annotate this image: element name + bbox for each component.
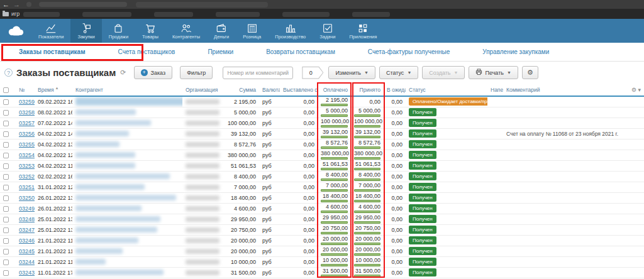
table-row[interactable]: 0324311.01.2022 17:4131 500,00руб0,0031 … (0, 267, 644, 278)
row-checkbox[interactable] (3, 153, 9, 158)
table-row[interactable]: 0325808.02.2022 16:075 000,00руб0,005 00… (0, 107, 644, 118)
row-checkbox[interactable] (3, 270, 9, 276)
row-checkbox[interactable] (3, 238, 9, 244)
nav-item-розница[interactable]: Розница (236, 19, 268, 43)
table-row[interactable]: 0325131.01.2022 12:057 000,00руб0,007 00… (0, 182, 644, 192)
status-badge[interactable]: Получен (409, 236, 436, 244)
add-order-button[interactable]: + Заказ (134, 66, 173, 79)
table-row[interactable]: 0324621.01.2022 11:3520 000,00руб0,0020 … (0, 235, 644, 246)
select-all-checkbox[interactable] (3, 87, 9, 93)
tab-возвраты-поставщикам[interactable]: Возвраты поставщикам (253, 43, 348, 61)
row-checkbox[interactable] (3, 195, 9, 201)
status-badge[interactable]: Получен (409, 215, 436, 223)
table-row[interactable]: 0325909.02.2022 16:352 195,00руб0,002 19… (0, 96, 644, 107)
search-input[interactable] (223, 67, 293, 79)
status-badge[interactable]: Получен (409, 129, 436, 138)
order-number-link[interactable]: 03244 (19, 259, 35, 265)
status-badge[interactable]: Получен (409, 140, 436, 148)
table-row[interactable]: 0325026.01.2022 13:3218 400,00руб0,0018 … (0, 192, 644, 203)
row-checkbox[interactable] (3, 217, 9, 222)
row-checkbox[interactable] (3, 163, 9, 169)
col-currency[interactable]: Валюта (259, 84, 280, 96)
browser-forward-icon[interactable]: → (13, 1, 20, 8)
col-printed[interactable]: Напеч... (487, 84, 503, 96)
tab-заказы-поставщикам[interactable]: Заказы поставщикам (6, 43, 98, 61)
order-number-link[interactable]: 03250 (19, 195, 35, 201)
table-row[interactable]: 0325504.02.2022 13:148 572,76руб0,008 57… (0, 139, 644, 150)
nav-item-закупки[interactable]: Закупки (70, 19, 101, 43)
table-row[interactable]: 0324521.01.2022 11:2820 000,00руб0,0020 … (0, 246, 644, 256)
nav-item-показатели[interactable]: Показатели (31, 19, 70, 43)
order-number-link[interactable]: 03251 (19, 184, 35, 190)
status-badge[interactable]: Получен (409, 119, 436, 127)
status-badge[interactable]: Получен (409, 151, 436, 159)
status-badge[interactable]: Получен (409, 258, 436, 266)
table-row[interactable]: 0325202.02.2022 16:238 400,00руб0,008 40… (0, 171, 644, 182)
tab-счета-поставщиков[interactable]: Счета поставщиков (106, 43, 188, 61)
status-badge[interactable]: Получен (409, 268, 436, 276)
nav-item-контрагенты[interactable]: Контрагенты (165, 19, 207, 43)
order-number-link[interactable]: 03257 (19, 120, 35, 126)
table-row[interactable]: 0324421.01.2022 11:2610 000,00руб0,0010 … (0, 256, 644, 267)
tab-управление-закупками[interactable]: Управление закупками (470, 43, 562, 61)
order-number-link[interactable]: 03243 (19, 270, 35, 276)
row-checkbox[interactable] (3, 99, 9, 105)
table-row[interactable]: 0325707.02.2022 14:22100 000,00руб0,0010… (0, 118, 644, 128)
order-number-link[interactable]: 03249 (19, 205, 35, 212)
col-paid[interactable]: Оплачено (318, 84, 351, 96)
col-status[interactable]: Статус (406, 84, 487, 96)
col-accepted[interactable]: Принято (351, 84, 384, 96)
bookmark-folder[interactable]: игр (11, 11, 19, 17)
order-number-link[interactable]: 03253 (19, 163, 35, 169)
status-badge[interactable]: Оплачено/Ожидает доставки/приемки (409, 97, 487, 106)
row-checkbox[interactable] (3, 206, 9, 212)
row-checkbox[interactable] (3, 185, 9, 190)
order-number-link[interactable]: 03245 (19, 248, 35, 254)
order-number-link[interactable]: 03259 (19, 99, 35, 105)
status-badge[interactable]: Получен (409, 161, 436, 170)
row-checkbox[interactable] (3, 260, 9, 265)
table-row[interactable]: 0324825.01.2022 13:2929 950,00руб0,0029 … (0, 214, 644, 224)
order-number-link[interactable]: 03252 (19, 173, 35, 180)
col-awaiting[interactable]: В ожидании (384, 84, 406, 96)
nav-item-приложения[interactable]: Приложения (342, 19, 384, 43)
status-badge[interactable]: Получен (409, 204, 436, 212)
col-invoiced[interactable]: Выставлено сч... (280, 84, 318, 96)
status-badge[interactable]: Получен (409, 172, 436, 180)
order-number-link[interactable]: 03246 (19, 238, 35, 244)
row-checkbox[interactable] (3, 174, 9, 180)
tab-счета-фактуры-полученные[interactable]: Счета-фактуры полученные (355, 43, 462, 61)
tab-приемки[interactable]: Приемки (195, 43, 246, 61)
status-badge[interactable]: Получен (409, 183, 436, 191)
order-number-link[interactable]: 03258 (19, 109, 35, 116)
moysklad-logo-icon[interactable] (0, 19, 31, 43)
nav-item-задачи[interactable]: Задачи (313, 19, 342, 43)
nav-item-товары[interactable]: Товары (135, 19, 165, 43)
order-number-link[interactable]: 03254 (19, 152, 35, 158)
col-time[interactable]: Время▲ (35, 84, 72, 96)
row-checkbox[interactable] (3, 110, 9, 116)
order-number-link[interactable]: 03255 (19, 141, 35, 148)
table-row[interactable]: 0325404.02.2022 12:15380 000,00руб0,0038… (0, 150, 644, 160)
status-badge[interactable]: Получен (409, 247, 436, 255)
table-row[interactable]: 0325304.02.2022 11:5951 061,53руб0,0051 … (0, 160, 644, 171)
browser-back-icon[interactable]: ← (3, 1, 9, 8)
order-number-link[interactable]: 03247 (19, 227, 35, 233)
refresh-icon[interactable]: ⟳ (120, 68, 126, 77)
filter-button[interactable]: Фильтр (180, 66, 213, 79)
table-row[interactable]: 0324725.01.2022 13:2820 750,00руб0,0020 … (0, 224, 644, 235)
order-number-link[interactable]: 03248 (19, 216, 35, 222)
col-organization[interactable]: Организация (182, 84, 223, 96)
help-icon[interactable]: ? (4, 68, 13, 77)
nav-item-продажи[interactable]: Продажи (102, 19, 135, 43)
print-dropdown[interactable]: Печать▼ (469, 66, 518, 79)
col-num[interactable]: № (16, 84, 35, 96)
column-settings-gear-icon[interactable]: ⚙ ▾ (619, 84, 644, 96)
row-checkbox[interactable] (3, 227, 9, 233)
row-checkbox[interactable] (3, 249, 9, 254)
order-number-link[interactable]: 03256 (19, 131, 35, 137)
col-sum[interactable]: Сумма (223, 84, 259, 96)
row-checkbox[interactable] (3, 121, 9, 126)
table-row[interactable]: 0324926.01.2022 13:314 600,00руб0,004 60… (0, 203, 644, 214)
nav-item-производство[interactable]: Производство (268, 19, 313, 43)
